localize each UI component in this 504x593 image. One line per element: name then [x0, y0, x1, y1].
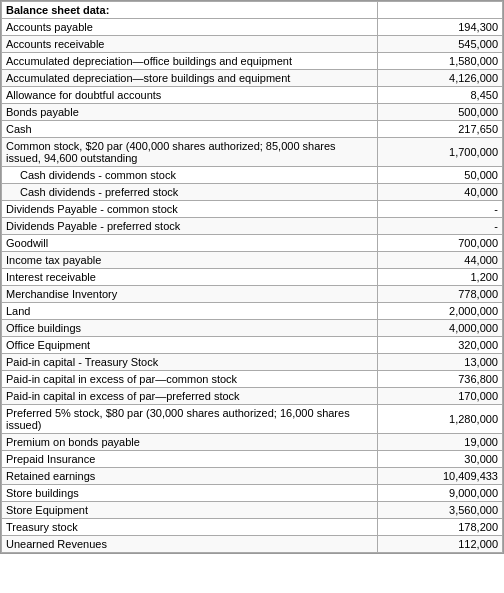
table-row: Office buildings4,000,000: [2, 320, 503, 337]
row-value: 10,409,433: [377, 468, 502, 485]
row-label: Paid-in capital in excess of par—preferr…: [2, 388, 378, 405]
row-value: 500,000: [377, 104, 502, 121]
table-row: Cash dividends - common stock50,000: [2, 167, 503, 184]
row-value: 700,000: [377, 235, 502, 252]
row-label: Interest receivable: [2, 269, 378, 286]
row-label: Goodwill: [2, 235, 378, 252]
row-label: Office buildings: [2, 320, 378, 337]
table-row: Cash dividends - preferred stock40,000: [2, 184, 503, 201]
row-label: Premium on bonds payable: [2, 434, 378, 451]
table-row: Prepaid Insurance30,000: [2, 451, 503, 468]
row-value: 545,000: [377, 36, 502, 53]
row-value: -: [377, 218, 502, 235]
row-label: Cash: [2, 121, 378, 138]
row-label: Bonds payable: [2, 104, 378, 121]
row-value: 112,000: [377, 536, 502, 553]
row-value: 4,126,000: [377, 70, 502, 87]
row-label: Prepaid Insurance: [2, 451, 378, 468]
row-value: 170,000: [377, 388, 502, 405]
row-label: Accounts receivable: [2, 36, 378, 53]
row-value: 8,450: [377, 87, 502, 104]
row-label: Store buildings: [2, 485, 378, 502]
table-row: Accumulated depreciation—store buildings…: [2, 70, 503, 87]
row-value: 2,000,000: [377, 303, 502, 320]
table-row: Office Equipment320,000: [2, 337, 503, 354]
table-row: Treasury stock178,200: [2, 519, 503, 536]
row-label: Preferred 5% stock, $80 par (30,000 shar…: [2, 405, 378, 434]
row-value: 4,000,000: [377, 320, 502, 337]
table-row: Paid-in capital in excess of par—preferr…: [2, 388, 503, 405]
table-row: Accumulated depreciation—office building…: [2, 53, 503, 70]
row-label: Income tax payable: [2, 252, 378, 269]
row-label: Unearned Revenues: [2, 536, 378, 553]
table-row: Allowance for doubtful accounts8,450: [2, 87, 503, 104]
table-row: Dividends Payable - preferred stock-: [2, 218, 503, 235]
table-row: Preferred 5% stock, $80 par (30,000 shar…: [2, 405, 503, 434]
row-label: Merchandise Inventory: [2, 286, 378, 303]
row-value: 1,200: [377, 269, 502, 286]
table-row: Retained earnings10,409,433: [2, 468, 503, 485]
row-label: Cash dividends - preferred stock: [2, 184, 378, 201]
row-value: 217,650: [377, 121, 502, 138]
row-value: 9,000,000: [377, 485, 502, 502]
table-row: Income tax payable44,000: [2, 252, 503, 269]
row-value: 778,000: [377, 286, 502, 303]
row-label: Accounts payable: [2, 19, 378, 36]
table-row: Merchandise Inventory778,000: [2, 286, 503, 303]
row-label: Accumulated depreciation—office building…: [2, 53, 378, 70]
table-row: Land2,000,000: [2, 303, 503, 320]
table-row: Cash217,650: [2, 121, 503, 138]
row-label: Land: [2, 303, 378, 320]
table-row: Dividends Payable - common stock-: [2, 201, 503, 218]
table-row: Store buildings9,000,000: [2, 485, 503, 502]
row-value: 1,700,000: [377, 138, 502, 167]
row-label: Dividends Payable - common stock: [2, 201, 378, 218]
row-value: 178,200: [377, 519, 502, 536]
table-row: Paid-in capital in excess of par—common …: [2, 371, 503, 388]
row-label: Store Equipment: [2, 502, 378, 519]
row-value: 736,800: [377, 371, 502, 388]
table-row: Accounts payable194,300: [2, 19, 503, 36]
row-value: 50,000: [377, 167, 502, 184]
row-value: 44,000: [377, 252, 502, 269]
table-row: Common stock, $20 par (400,000 shares au…: [2, 138, 503, 167]
row-value: 40,000: [377, 184, 502, 201]
row-value: 320,000: [377, 337, 502, 354]
row-value: 30,000: [377, 451, 502, 468]
row-label: Retained earnings: [2, 468, 378, 485]
table-row: Store Equipment3,560,000: [2, 502, 503, 519]
table-row: Goodwill700,000: [2, 235, 503, 252]
table-header-value: [377, 2, 502, 19]
row-value: 13,000: [377, 354, 502, 371]
balance-sheet-table: Balance sheet data: Accounts payable194,…: [0, 0, 504, 554]
table-row: Premium on bonds payable19,000: [2, 434, 503, 451]
table-row: Unearned Revenues112,000: [2, 536, 503, 553]
row-label: Paid-in capital in excess of par—common …: [2, 371, 378, 388]
row-label: Accumulated depreciation—store buildings…: [2, 70, 378, 87]
row-label: Paid-in capital - Treasury Stock: [2, 354, 378, 371]
row-value: 3,560,000: [377, 502, 502, 519]
row-value: -: [377, 201, 502, 218]
row-label: Treasury stock: [2, 519, 378, 536]
table-row: Interest receivable1,200: [2, 269, 503, 286]
row-value: 19,000: [377, 434, 502, 451]
table-row: Accounts receivable545,000: [2, 36, 503, 53]
table-header: Balance sheet data:: [2, 2, 378, 19]
row-label: Dividends Payable - preferred stock: [2, 218, 378, 235]
row-value: 194,300: [377, 19, 502, 36]
row-label: Cash dividends - common stock: [2, 167, 378, 184]
row-value: 1,580,000: [377, 53, 502, 70]
table-row: Paid-in capital - Treasury Stock13,000: [2, 354, 503, 371]
row-value: 1,280,000: [377, 405, 502, 434]
row-label: Allowance for doubtful accounts: [2, 87, 378, 104]
row-label: Office Equipment: [2, 337, 378, 354]
table-row: Bonds payable500,000: [2, 104, 503, 121]
row-label: Common stock, $20 par (400,000 shares au…: [2, 138, 378, 167]
